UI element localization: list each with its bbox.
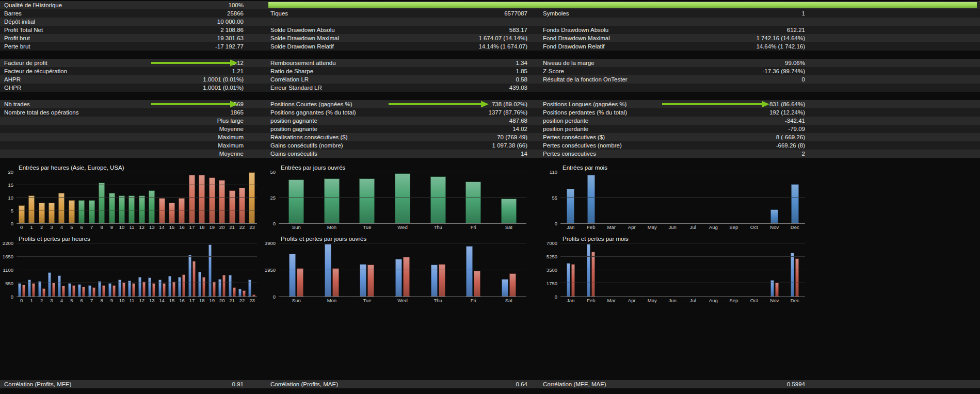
- bar-slot: [237, 243, 247, 297]
- gridline: [17, 172, 257, 172]
- stat-value: Moyenne: [134, 125, 244, 133]
- bar-value: [567, 189, 574, 224]
- bar-profit: [108, 283, 111, 297]
- stat-value: 2: [717, 150, 805, 158]
- bar-slot: [197, 172, 207, 223]
- bar-value: [179, 198, 185, 224]
- bar-value: [149, 190, 155, 223]
- bar-loss: [571, 264, 575, 297]
- stat-value: 1865: [134, 108, 244, 117]
- x-tick-label: Dec: [785, 297, 806, 304]
- y-tick-label: 7000: [547, 241, 557, 245]
- bar-slot: [157, 243, 167, 297]
- stat-label: position gagnante: [244, 125, 439, 133]
- x-tick-label: Mar: [601, 224, 622, 231]
- bar-slot: [247, 243, 257, 297]
- x-axis: JanFebMarAprMayJunJulAugSepOctNovDec: [560, 297, 805, 304]
- gridline: [17, 256, 257, 257]
- bar-slot: [67, 172, 76, 223]
- stat-value: 612.21: [717, 26, 805, 34]
- stat-label: Erreur Standard LR: [244, 84, 439, 92]
- bar-slot: [581, 243, 602, 297]
- plot-wrap: 0550110016502200: [0, 243, 257, 297]
- gridline: [17, 283, 257, 283]
- x-tick-label: Aug: [703, 297, 724, 304]
- stat-label: Gains consécutifs (nombre): [244, 141, 439, 150]
- stats-row: Nb trades1569Positions Courtes (gagnées …: [0, 100, 980, 108]
- bar-value: [89, 200, 95, 223]
- x-tick-label: Oct: [744, 224, 765, 231]
- bar-slot: [420, 243, 456, 297]
- bar-slot: [560, 243, 581, 297]
- bar-loss: [113, 285, 116, 297]
- bar-slot: [420, 172, 456, 223]
- bar-slot: [279, 172, 314, 223]
- bar-profit: [360, 264, 366, 297]
- stat-value: 14.02: [439, 125, 527, 133]
- chart-entries-by-weekday: Entrées par jours ouvrés02550SunMonTueWe…: [262, 164, 532, 231]
- correlation-label: Corrélation (Profits, MFE): [0, 380, 134, 388]
- bar-loss: [222, 275, 226, 297]
- x-tick-label: Tue: [349, 224, 385, 231]
- stat-value: -342.41: [717, 117, 805, 125]
- x-axis: SunMonTueWedThuFriSat: [279, 297, 526, 304]
- y-tick-label: 550: [5, 281, 13, 286]
- bar-slot: [663, 243, 683, 297]
- gridline: [560, 283, 805, 283]
- x-tick-label: 13: [147, 297, 156, 304]
- bar-slot: [227, 172, 237, 223]
- y-tick-label: 1650: [3, 254, 13, 259]
- bar-value: [587, 175, 595, 223]
- x-tick-label: 12: [137, 224, 147, 231]
- chart-profit-loss-by-month: Profits et pertes par mois01750350052507…: [532, 235, 810, 304]
- stat-label: Pertes consécutives (nombre): [527, 141, 717, 150]
- x-tick-label: 23: [247, 297, 257, 304]
- bar-profit: [68, 283, 71, 297]
- annotation-arrow-icon: [151, 59, 238, 67]
- gridline: [560, 243, 805, 243]
- bar-profit: [466, 246, 473, 297]
- x-tick-label: Mar: [601, 297, 622, 304]
- bar-value: [19, 205, 25, 223]
- stat-label: Fonds Drawdown Absolu: [527, 26, 717, 34]
- bar-slot: [491, 172, 526, 223]
- bar-slot: [167, 243, 176, 297]
- bar-slot: [87, 243, 97, 297]
- x-tick-label: Tue: [349, 297, 385, 304]
- bar-profit: [48, 272, 51, 297]
- x-tick-label: Jul: [683, 297, 703, 304]
- bar-slot: [703, 172, 724, 223]
- stat-value: -669.26 (8): [717, 141, 805, 150]
- y-tick-label: 2200: [3, 241, 13, 245]
- y-tick-label: 0: [11, 294, 13, 299]
- y-tick-label: 25: [270, 195, 276, 200]
- bar-value: [239, 188, 245, 223]
- stats-row: Moyenneposition gagnante14.02position pe…: [0, 125, 980, 133]
- bar-profit: [208, 244, 212, 297]
- stat-label: Pertes consecutives: [527, 150, 717, 158]
- gridline: [560, 172, 805, 172]
- bar-value: [39, 203, 45, 223]
- plot-area: [279, 243, 526, 297]
- stats-table: Qualité de l'Historique100%Barres25866Ti…: [0, 1, 980, 158]
- stat-value: 1 097.38 (66): [439, 141, 527, 150]
- x-tick-label: 11: [127, 297, 137, 304]
- stat-value: 1 742.16 (14.64%): [717, 34, 805, 42]
- x-tick-label: 1: [26, 224, 36, 231]
- y-tick-label: 5: [11, 208, 13, 213]
- stat-value: 1.85: [439, 67, 527, 75]
- x-tick-label: 16: [177, 297, 187, 304]
- stat-value: -17 192.77: [134, 42, 244, 51]
- annotation-arrow-icon: [662, 101, 770, 108]
- y-axis: 055110: [544, 172, 560, 224]
- x-tick-label: Aug: [703, 224, 724, 231]
- x-tick-label: Nov: [764, 224, 785, 231]
- x-tick-label: 0: [17, 224, 26, 231]
- x-tick-label: 15: [167, 224, 176, 231]
- stat-value: 192 (12.24%): [717, 108, 805, 117]
- stat-label: Profit brut: [0, 34, 134, 42]
- bar-slot: [622, 172, 642, 223]
- bar-slot: [87, 172, 97, 223]
- x-tick-label: 4: [57, 224, 67, 231]
- bar-slot: [744, 243, 765, 297]
